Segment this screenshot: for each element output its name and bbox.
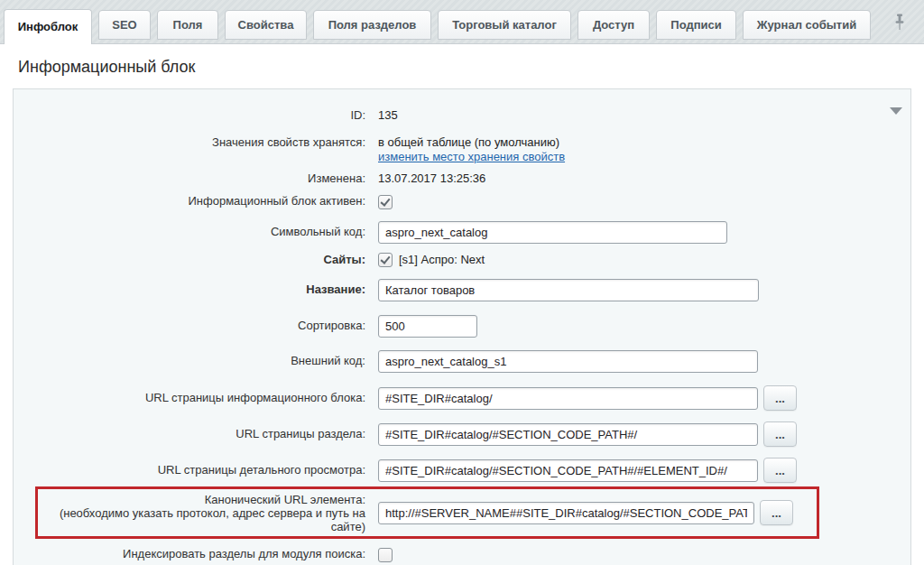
canonical-url-highlight-box: Канонический URL элемента: (необходимо у… (35, 486, 819, 539)
tab-event-log[interactable]: Журнал событий (743, 10, 871, 40)
id-label: ID: (14, 108, 365, 123)
active-checkbox[interactable] (378, 195, 393, 209)
storage-value-block: в общей таблице (по умолчанию) изменить … (378, 135, 565, 164)
sites-value: [s1] Аспро: Next (399, 253, 485, 266)
sites-label: Сайты: (14, 253, 365, 267)
storage-value: в общей таблице (по умолчанию) (378, 135, 565, 150)
external-code-input[interactable] (378, 350, 758, 373)
name-input[interactable] (378, 279, 759, 301)
modified-label: Изменена: (14, 171, 365, 186)
row-id: ID: 135 (14, 108, 910, 123)
row-detail-url: URL страницы детального просмотра: ... (14, 458, 910, 483)
row-modified: Изменена: 13.07.2017 13:25:36 (14, 171, 910, 186)
row-section-url: URL страницы раздела: ... (14, 421, 910, 447)
row-code: Символьный код: (14, 221, 910, 244)
tab-fields[interactable]: Поля (157, 10, 218, 40)
page-header: Информационный блок (0, 44, 924, 88)
index-sections-label: Индексировать разделы для модуля поиска: (14, 547, 365, 561)
row-list-url: URL страницы информационного блока: ... (14, 385, 910, 411)
section-url-input[interactable] (378, 423, 758, 446)
code-input[interactable] (378, 221, 727, 244)
row-index-sections: Индексировать разделы для модуля поиска: (14, 547, 910, 562)
canonical-url-browse-button[interactable]: ... (760, 500, 793, 525)
infoblock-form-panel: ID: 135 Значения свойств хранятся: в общ… (13, 88, 911, 565)
tab-properties[interactable]: Свойства (225, 10, 307, 40)
pin-icon[interactable] (893, 14, 906, 33)
collapse-section-icon[interactable] (890, 107, 902, 115)
canonical-url-input[interactable] (378, 502, 754, 524)
tab-infoblock[interactable]: Инфоблок (4, 9, 92, 44)
name-label: Название: (14, 279, 365, 297)
index-sections-checkbox[interactable] (378, 548, 393, 562)
canonical-url-label: Канонический URL элемента: (необходимо у… (38, 493, 365, 533)
tab-bar: Инфоблок SEO Поля Свойства Поля разделов… (0, 0, 924, 44)
row-active: Информационный блок активен: (14, 194, 910, 209)
active-label: Информационный блок активен: (14, 194, 365, 208)
sort-label: Сортировка: (14, 315, 365, 333)
sort-input[interactable] (378, 315, 477, 338)
change-storage-link[interactable]: изменить место хранения свойств (378, 150, 565, 163)
detail-url-browse-button[interactable]: ... (763, 458, 797, 483)
list-url-input[interactable] (378, 387, 758, 410)
tab-section-fields[interactable]: Поля разделов (313, 10, 431, 40)
list-url-browse-button[interactable]: ... (763, 385, 797, 411)
tab-trade-catalog[interactable]: Торговый каталог (438, 10, 571, 40)
row-sites: Сайты: [s1] Аспро: Next (14, 253, 910, 268)
list-url-label: URL страницы информационного блока: (14, 391, 365, 405)
tab-captions[interactable]: Подписи (656, 10, 736, 40)
tab-seo[interactable]: SEO (98, 10, 151, 40)
sites-checkbox[interactable] (378, 253, 393, 267)
detail-url-input[interactable] (378, 459, 758, 482)
code-label: Символьный код: (14, 221, 365, 239)
row-canonical-url: Канонический URL элемента: (необходимо у… (38, 491, 817, 534)
row-name: Название: (14, 279, 910, 301)
id-value: 135 (378, 108, 398, 123)
detail-url-label: URL страницы детального просмотра: (14, 463, 365, 477)
tab-access[interactable]: Доступ (578, 10, 650, 40)
modified-value: 13.07.2017 13:25:36 (378, 171, 485, 186)
storage-label: Значения свойств хранятся: (14, 135, 365, 150)
section-url-browse-button[interactable]: ... (763, 421, 797, 447)
section-url-label: URL страницы раздела: (14, 427, 365, 441)
row-storage: Значения свойств хранятся: в общей табли… (14, 135, 910, 164)
page-title: Информационный блок (18, 58, 906, 77)
external-code-label: Внешний код: (14, 350, 365, 368)
row-external-code: Внешний код: (14, 350, 910, 373)
row-sort: Сортировка: (14, 315, 910, 338)
